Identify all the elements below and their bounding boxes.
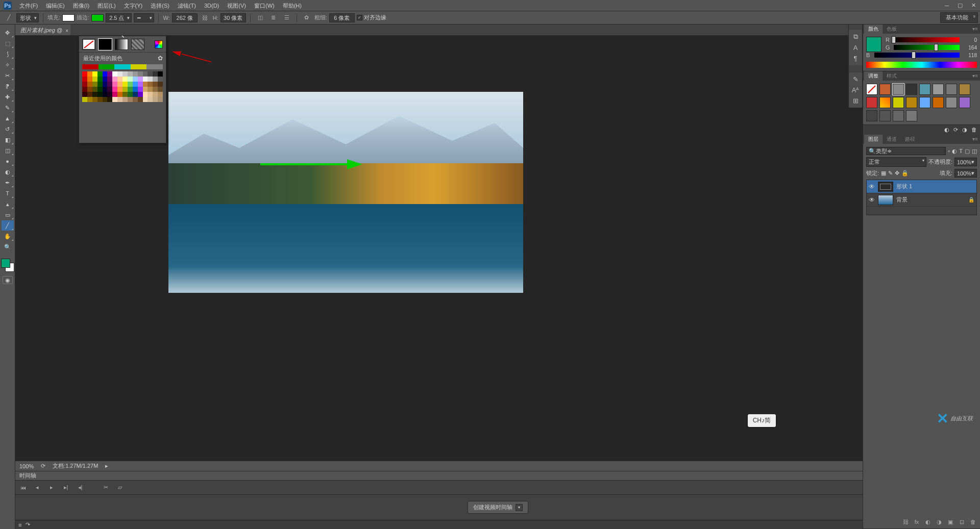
brush-tool[interactable]: ✎ — [2, 103, 14, 113]
grid-swatch[interactable] — [122, 77, 128, 82]
grid-swatch[interactable] — [112, 87, 117, 92]
grid-swatch[interactable] — [97, 71, 103, 77]
grid-swatch[interactable] — [107, 82, 112, 87]
fx-icon[interactable]: fx — [913, 519, 921, 525]
history-panel-icon[interactable]: ⧉ — [850, 33, 861, 41]
g-slider[interactable]: G164 — [886, 44, 977, 51]
link-icon[interactable]: ⛓ — [200, 12, 211, 23]
eraser-tool[interactable]: ◧ — [2, 135, 14, 145]
new-fill-icon[interactable]: ◑ — [935, 519, 943, 525]
create-video-timeline-button[interactable]: 创建视频时间轴▾ — [468, 501, 528, 514]
filter-pixel-icon[interactable]: ▫ — [948, 148, 950, 154]
dodge-tool[interactable]: ◐ — [2, 167, 14, 177]
pen-tool[interactable]: ✒ — [2, 178, 14, 188]
character-panel-icon[interactable]: A — [850, 44, 861, 52]
flyout-icon[interactable]: ▸ — [105, 463, 108, 469]
grid-swatch[interactable] — [117, 92, 122, 97]
gradient-tab[interactable] — [115, 39, 128, 50]
filter-smart-icon[interactable]: ◫ — [972, 148, 977, 155]
grid-swatch[interactable] — [138, 82, 143, 87]
grid-swatch[interactable] — [138, 77, 143, 82]
tab-channels[interactable]: 通道 — [883, 135, 901, 144]
grid-swatch[interactable] — [107, 87, 112, 92]
layer-item[interactable]: 👁 形状 1 — [867, 180, 976, 193]
color-swatches[interactable] — [1, 259, 14, 272]
grid-swatch[interactable] — [148, 87, 153, 92]
eyedropper-tool[interactable]: ⁋ — [2, 81, 14, 91]
grid-swatch[interactable] — [128, 92, 133, 97]
menu-edit[interactable]: 编辑(E) — [42, 0, 69, 11]
new-layer-icon[interactable]: ⊡ — [958, 519, 966, 525]
panel-menu-icon[interactable]: ▾≡ — [972, 26, 978, 32]
chevron-down-icon[interactable]: ▾ — [516, 504, 523, 511]
recent-swatch[interactable] — [99, 64, 115, 69]
stroke-swatch[interactable] — [91, 14, 104, 21]
style-preset[interactable] — [959, 84, 970, 95]
solid-color-tab[interactable] — [99, 39, 112, 50]
healing-tool[interactable]: ✚ — [2, 92, 14, 102]
thick-input[interactable]: 6 像素 — [329, 13, 355, 22]
grid-swatch[interactable] — [133, 92, 138, 97]
swatch-grid[interactable] — [82, 71, 163, 102]
panel-icon[interactable]: ⟳ — [953, 127, 958, 133]
timeline-footer-icon2[interactable]: ↷ — [26, 521, 30, 528]
grid-swatch[interactable] — [158, 82, 163, 87]
marquee-tool[interactable]: ⬚ — [2, 38, 14, 48]
grid-swatch[interactable] — [87, 92, 92, 97]
grid-swatch[interactable] — [107, 71, 112, 77]
shape-arrow[interactable] — [260, 161, 362, 168]
grid-swatch[interactable] — [158, 87, 163, 92]
grid-swatch[interactable] — [122, 97, 128, 102]
lock-trans-icon[interactable]: ▦ — [881, 170, 886, 177]
style-slash[interactable] — [866, 84, 877, 95]
height-input[interactable]: 30 像素 — [220, 13, 246, 22]
pattern-tab[interactable] — [131, 39, 144, 50]
grid-swatch[interactable] — [117, 97, 122, 102]
grid-swatch[interactable] — [92, 92, 97, 97]
maximize-button[interactable]: ▢ — [953, 1, 967, 11]
char-styles-icon[interactable]: Aᴬ — [850, 86, 861, 94]
grid-swatch[interactable] — [153, 97, 158, 102]
link-layers-icon[interactable]: ⛓ — [901, 519, 910, 525]
style-preset[interactable] — [906, 97, 917, 108]
grid-swatch[interactable] — [122, 82, 128, 87]
grid-swatch[interactable] — [143, 77, 148, 82]
grid-swatch[interactable] — [122, 71, 128, 77]
style-preset[interactable] — [919, 84, 930, 95]
grid-swatch[interactable] — [97, 77, 103, 82]
move-tool[interactable]: ✥ — [2, 28, 14, 38]
line-tool[interactable]: ╱ — [2, 220, 14, 231]
menu-type[interactable]: 文字(Y) — [120, 0, 147, 11]
recent-colors-row[interactable] — [82, 64, 163, 69]
lock-pixel-icon[interactable]: ✎ — [888, 170, 893, 177]
grid-swatch[interactable] — [112, 92, 117, 97]
grid-swatch[interactable] — [103, 97, 108, 102]
gradient-tool[interactable]: ◫ — [2, 145, 14, 156]
grid-swatch[interactable] — [158, 77, 163, 82]
brush-panel-icon[interactable]: ✎ — [850, 75, 861, 83]
crop-tool[interactable]: ✂ — [2, 70, 14, 81]
close-button[interactable]: ✕ — [967, 1, 980, 11]
hand-tool[interactable]: ✋ — [2, 231, 14, 241]
grid-swatch[interactable] — [143, 87, 148, 92]
zoom-tool[interactable]: 🔍 — [2, 242, 14, 252]
b-slider[interactable]: B118 — [866, 52, 977, 58]
style-preset[interactable] — [879, 110, 891, 121]
grid-swatch[interactable] — [143, 71, 148, 77]
lock-pos-icon[interactable]: ✥ — [895, 170, 899, 177]
next-frame-icon[interactable]: ▸| — [61, 483, 70, 492]
grid-swatch[interactable] — [103, 92, 108, 97]
grid-swatch[interactable] — [103, 77, 108, 82]
popup-settings-icon[interactable]: ✿ — [158, 55, 163, 62]
style-preset[interactable] — [933, 84, 944, 95]
grid-swatch[interactable] — [153, 92, 158, 97]
swatches-panel-icon[interactable]: ⊞ — [850, 97, 861, 105]
grid-swatch[interactable] — [103, 71, 108, 77]
play-icon[interactable]: ▸ — [47, 483, 56, 492]
hue-strip[interactable] — [866, 62, 977, 68]
recent-swatch[interactable] — [114, 64, 131, 69]
grid-swatch[interactable] — [97, 87, 103, 92]
grid-swatch[interactable] — [153, 82, 158, 87]
grid-swatch[interactable] — [153, 87, 158, 92]
grid-swatch[interactable] — [92, 82, 97, 87]
